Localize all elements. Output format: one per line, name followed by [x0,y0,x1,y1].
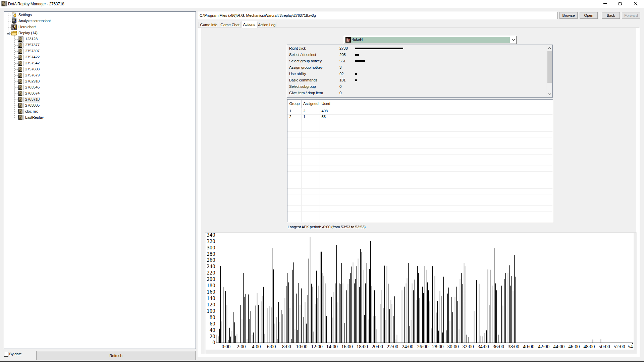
svg-text:300: 300 [207,245,216,250]
svg-text:26:00: 26:00 [417,344,428,349]
svg-text:38:00: 38:00 [508,344,519,349]
svg-text:16:00: 16:00 [341,344,353,349]
svg-text:100: 100 [207,308,216,314]
svg-text:40: 40 [210,327,215,333]
svg-text:320: 320 [207,238,216,244]
svg-text:20: 20 [210,334,215,339]
svg-text:10:00: 10:00 [296,344,307,349]
svg-text:12:00: 12:00 [311,344,323,349]
svg-text:46:00: 46:00 [568,344,580,349]
svg-text:22:00: 22:00 [387,344,398,349]
svg-text:260: 260 [207,257,216,263]
svg-text:32:00: 32:00 [463,344,474,349]
svg-text:340: 340 [207,233,216,238]
svg-text:220: 220 [207,270,216,276]
svg-text:80: 80 [210,314,215,320]
svg-text:0:00: 0:00 [222,344,231,349]
svg-text:20:00: 20:00 [372,344,383,349]
svg-text:18:00: 18:00 [357,344,368,349]
svg-text:34:00: 34:00 [478,344,489,349]
svg-text:40:00: 40:00 [523,344,534,349]
svg-text:240: 240 [207,263,216,269]
svg-text:200: 200 [207,276,216,282]
svg-text:30:00: 30:00 [447,344,459,349]
svg-text:8:00: 8:00 [282,344,291,349]
svg-text:42:00: 42:00 [538,344,549,349]
svg-text:54: 54 [628,344,633,349]
svg-text:180: 180 [207,283,216,288]
svg-text:52:00: 52:00 [614,344,625,349]
svg-text:6:00: 6:00 [267,344,276,349]
svg-text:36:00: 36:00 [493,344,504,349]
svg-text:2:00: 2:00 [237,344,246,349]
svg-text:50:00: 50:00 [599,344,610,349]
svg-text:0: 0 [213,340,216,345]
svg-text:120: 120 [207,302,216,307]
svg-text:280: 280 [207,251,216,257]
svg-text:44:00: 44:00 [553,344,565,349]
svg-text:28:00: 28:00 [432,344,443,349]
svg-text:14:00: 14:00 [326,344,338,349]
svg-text:4:00: 4:00 [252,344,261,349]
svg-text:24:00: 24:00 [402,344,413,349]
svg-text:160: 160 [207,289,216,295]
svg-text:140: 140 [207,295,216,301]
svg-text:48:00: 48:00 [583,344,595,349]
svg-text:60: 60 [210,321,215,326]
